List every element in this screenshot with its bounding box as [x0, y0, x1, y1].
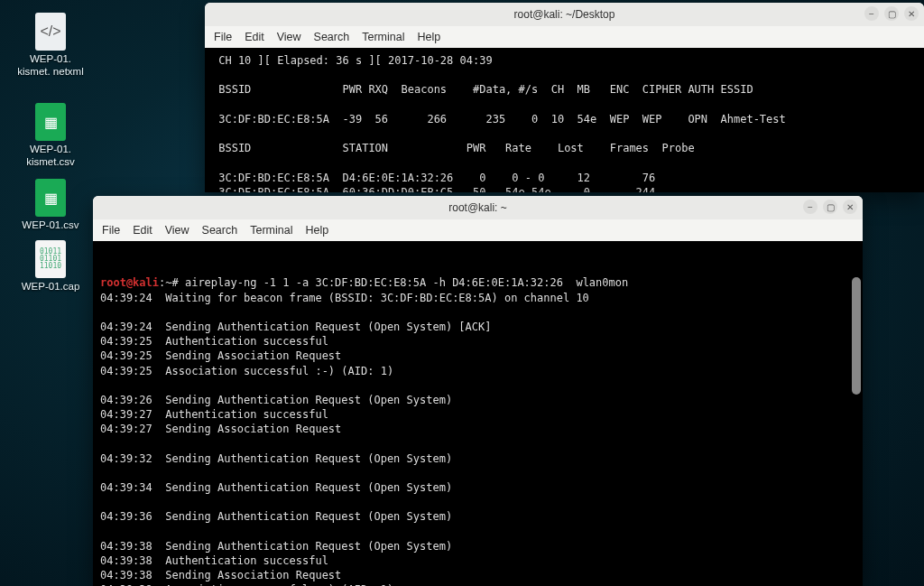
menu-item-file[interactable]: File: [102, 224, 120, 237]
titlebar[interactable]: root@kali: ~/Desktop − ▢ ✕: [205, 3, 924, 26]
menubar: FileEditViewSearchTerminalHelp: [205, 26, 924, 48]
desktop-file-icon[interactable]: ▦WEP-01.csv: [14, 179, 87, 232]
maximize-button[interactable]: ▢: [884, 6, 899, 21]
close-button[interactable]: ✕: [843, 200, 857, 214]
menu-item-search[interactable]: Search: [314, 31, 350, 43]
close-button[interactable]: ✕: [904, 6, 919, 21]
terminal-window-aireplay[interactable]: root@kali: ~ − ▢ ✕ FileEditViewSearchTer…: [93, 196, 863, 586]
prompt-path: :~#: [159, 276, 185, 289]
desktop-icon-label: WEP-01.cap: [22, 281, 80, 293]
desktop-file-icon[interactable]: </>WEP-01. kismet. netxml: [14, 13, 87, 79]
window-title: root@kali: ~/Desktop: [514, 8, 615, 21]
terminal-window-airodump[interactable]: root@kali: ~/Desktop − ▢ ✕ FileEditViewS…: [205, 3, 924, 192]
xml-file-icon: </>: [35, 13, 66, 51]
desktop-file-icon[interactable]: ▦WEP-01. kismet.csv: [14, 103, 87, 169]
desktop-icon-label: WEP-01. kismet. netxml: [14, 53, 87, 79]
scroll-thumb[interactable]: [852, 277, 861, 395]
maximize-button[interactable]: ▢: [823, 200, 837, 214]
minimize-button[interactable]: −: [864, 6, 879, 21]
terminal-lines: 04:39:24 Waiting for beacon frame (BSSID…: [100, 291, 855, 586]
sheet-file-icon: ▦: [35, 103, 66, 141]
scrollbar[interactable]: [852, 277, 861, 581]
minimize-button[interactable]: −: [803, 200, 818, 214]
prompt-user: root@kali: [100, 276, 159, 289]
menu-item-edit[interactable]: Edit: [133, 224, 152, 237]
csv-file-icon: ▦: [35, 179, 66, 217]
terminal-output[interactable]: CH 10 ][ Elapsed: 36 s ][ 2017-10-28 04:…: [205, 48, 924, 192]
menu-item-help[interactable]: Help: [417, 31, 440, 43]
menu-item-edit[interactable]: Edit: [245, 31, 264, 43]
menu-item-file[interactable]: File: [214, 31, 232, 43]
menubar: FileEditViewSearchTerminalHelp: [93, 219, 863, 241]
menu-item-view[interactable]: View: [277, 31, 301, 43]
window-title: root@kali: ~: [448, 201, 507, 214]
prompt-line: root@kali:~# aireplay-ng -1 1 -a 3C:DF:B…: [100, 275, 855, 290]
desktop-icon-label: WEP-01. kismet.csv: [14, 144, 87, 169]
menu-item-help[interactable]: Help: [305, 224, 328, 237]
desktop-icon-label: WEP-01.csv: [22, 219, 79, 232]
desktop-file-icon[interactable]: 01011 01101 11010WEP-01.cap: [14, 240, 87, 293]
menu-item-terminal[interactable]: Terminal: [250, 224, 292, 237]
prompt-command: aireplay-ng -1 1 -a 3C:DF:BD:EC:E8:5A -h…: [185, 276, 628, 289]
menu-item-search[interactable]: Search: [202, 224, 238, 237]
cap-file-icon: 01011 01101 11010: [35, 240, 66, 278]
menu-item-terminal[interactable]: Terminal: [362, 31, 404, 43]
menu-item-view[interactable]: View: [165, 224, 189, 237]
terminal-output[interactable]: root@kali:~# aireplay-ng -1 1 -a 3C:DF:B…: [93, 241, 863, 586]
titlebar[interactable]: root@kali: ~ − ▢ ✕: [93, 196, 863, 219]
